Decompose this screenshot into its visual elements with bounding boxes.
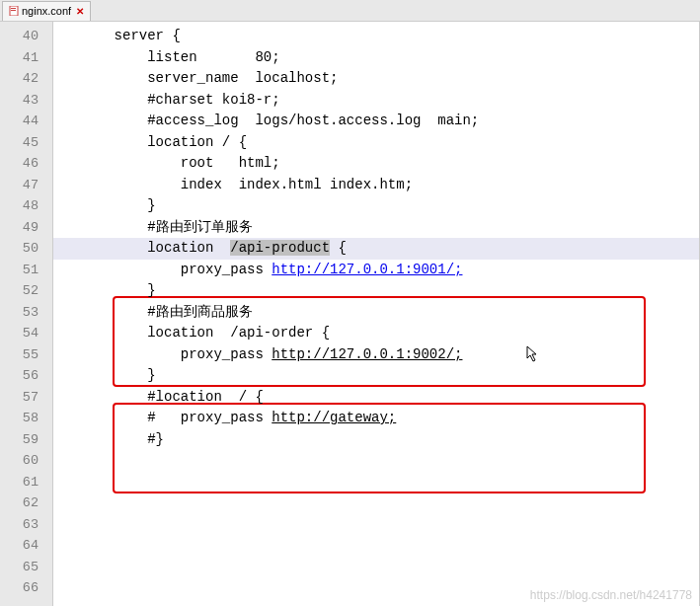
line-number: 48: [0, 195, 52, 217]
line-number: 55: [0, 344, 52, 366]
close-icon[interactable]: ✕: [76, 6, 84, 17]
line-number: 60: [0, 450, 52, 472]
editor: 4041424344454647484950515253545556575859…: [0, 22, 700, 606]
tab-filename: nginx.conf: [22, 5, 71, 17]
file-tab[interactable]: nginx.conf ✕: [2, 1, 91, 21]
line-number: 51: [0, 260, 52, 281]
line-number: 63: [0, 514, 52, 536]
line-number: 45: [0, 132, 52, 154]
line-number: 49: [0, 217, 52, 239]
line-number: 53: [0, 302, 52, 324]
line-number-gutter: 4041424344454647484950515253545556575859…: [0, 22, 53, 606]
line-number: 58: [0, 408, 52, 429]
line-number: 40: [0, 26, 52, 47]
proxy-url-link[interactable]: http://127.0.0.1:9001/;: [272, 262, 462, 277]
code-line[interactable]: listen 80;: [53, 47, 699, 69]
line-number: 50: [0, 238, 52, 260]
code-line[interactable]: #location / {: [53, 387, 699, 409]
code-line[interactable]: proxy_pass http://127.0.0.1:9002/;: [53, 344, 699, 366]
line-number: 54: [0, 323, 52, 344]
line-number: 59: [0, 429, 52, 451]
line-number: 66: [0, 577, 52, 599]
line-number: 43: [0, 90, 52, 112]
code-line[interactable]: location /api-order {: [53, 323, 699, 344]
line-number: 41: [0, 47, 52, 69]
code-line[interactable]: #路由到订单服务: [53, 217, 699, 239]
watermark: https://blog.csdn.net/h4241778: [530, 588, 692, 602]
line-number: 57: [0, 387, 52, 409]
line-number: 64: [0, 535, 52, 557]
code-line[interactable]: location / {: [53, 132, 699, 154]
line-number: 61: [0, 472, 52, 493]
code-line[interactable]: proxy_pass http://127.0.0.1:9001/;: [53, 260, 699, 281]
file-icon: [9, 6, 19, 16]
code-line[interactable]: }: [53, 195, 699, 217]
line-number: 65: [0, 557, 52, 578]
tab-bar: nginx.conf ✕: [0, 0, 700, 22]
code-line[interactable]: location /api-product {: [53, 238, 699, 260]
code-area[interactable]: server { listen 80; server_name localhos…: [53, 22, 700, 606]
line-number: 56: [0, 365, 52, 387]
code-line[interactable]: #access_log logs/host.access.log main;: [53, 111, 699, 132]
line-number: 62: [0, 492, 52, 514]
line-number: 42: [0, 68, 52, 90]
proxy-url-link: http://127.0.0.1:9002/;: [272, 346, 462, 362]
code-line[interactable]: #路由到商品服务: [53, 302, 699, 324]
code-line[interactable]: #charset koi8-r;: [53, 90, 699, 112]
code-line[interactable]: #}: [53, 429, 699, 451]
code-line[interactable]: }: [53, 365, 699, 387]
code-line[interactable]: server_name localhost;: [53, 68, 699, 90]
code-line[interactable]: }: [53, 280, 699, 302]
code-line[interactable]: index index.html index.htm;: [53, 175, 699, 196]
line-number: 44: [0, 111, 52, 132]
proxy-url-link: http://gateway;: [272, 410, 396, 425]
code-line[interactable]: # proxy_pass http://gateway;: [53, 408, 699, 429]
code-line[interactable]: root html;: [53, 153, 699, 175]
line-number: 46: [0, 153, 52, 175]
line-number: 47: [0, 175, 52, 196]
svg-rect-1: [11, 8, 16, 9]
svg-rect-2: [11, 10, 16, 11]
code-line[interactable]: server {: [53, 26, 699, 47]
line-number: 52: [0, 280, 52, 302]
